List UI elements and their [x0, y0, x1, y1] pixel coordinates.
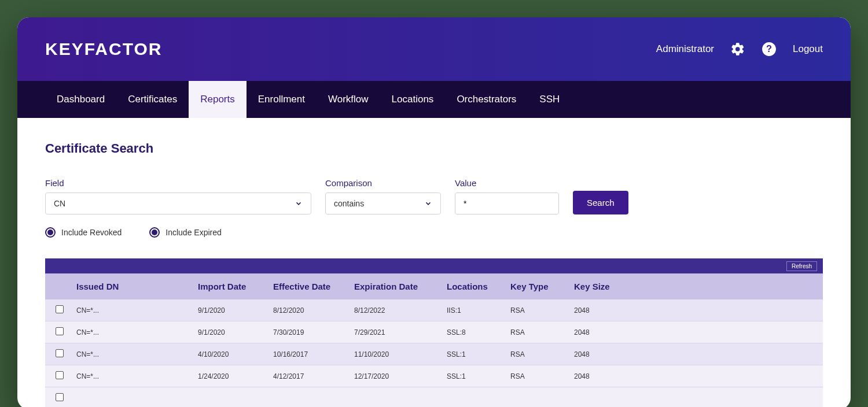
cell-keysize: 2048 [568, 321, 823, 343]
table-head: Issued DN Import Date Effective Date Exp… [45, 273, 823, 299]
gear-icon[interactable] [730, 42, 745, 57]
chevron-down-icon [295, 199, 303, 208]
chevron-down-icon [424, 199, 432, 208]
table-row[interactable]: CN=*... 9/1/2020 8/12/2020 8/12/2022 IIS… [45, 299, 823, 321]
cell-import: 1/24/2020 [192, 365, 267, 387]
content: Certificate Search Field CN Comparison c… [17, 118, 851, 407]
refresh-button[interactable]: Refresh [786, 261, 817, 271]
cell-keysize: 2048 [568, 365, 823, 387]
cell-dn: CN=*... [71, 365, 192, 387]
results-table-partial [45, 387, 823, 407]
col-issued-dn[interactable]: Issued DN [71, 273, 192, 299]
row-checkbox[interactable] [56, 371, 64, 379]
table-row[interactable]: CN=*... 9/1/2020 7/30/2019 7/29/2021 SSL… [45, 321, 823, 343]
radio-icon [45, 227, 56, 238]
nav-dashboard[interactable]: Dashboard [45, 81, 116, 118]
logout-link[interactable]: Logout [793, 43, 823, 55]
row-checkbox[interactable] [56, 349, 64, 357]
cell-expiration: 8/12/2022 [348, 299, 441, 321]
nav-certificates[interactable]: Certificates [116, 81, 189, 118]
cell-keytype: RSA [505, 299, 568, 321]
value-label: Value [455, 178, 559, 188]
field-select[interactable]: CN [45, 193, 311, 214]
radio-icon [149, 227, 160, 238]
field-group-field: Field CN [45, 178, 311, 214]
cell-effective: 10/16/2017 [267, 343, 348, 365]
comparison-select[interactable]: contains [325, 193, 441, 214]
nav-enrollment[interactable]: Enrollment [247, 81, 317, 118]
search-button[interactable]: Search [573, 191, 628, 214]
col-import-date[interactable]: Import Date [192, 273, 267, 299]
nav-locations[interactable]: Locations [380, 81, 446, 118]
cell-import: 9/1/2020 [192, 299, 267, 321]
value-text: * [464, 199, 466, 208]
table-topbar: Refresh [45, 258, 823, 273]
cell-expiration: 7/29/2021 [348, 321, 441, 343]
search-row: Field CN Comparison contains Value * [45, 178, 823, 214]
field-group-value: Value * [455, 178, 559, 214]
nav-workflow[interactable]: Workflow [317, 81, 380, 118]
cell-keytype: RSA [505, 343, 568, 365]
comparison-value: contains [334, 199, 364, 208]
cell-keytype: RSA [505, 365, 568, 387]
page-title: Certificate Search [45, 141, 823, 156]
cell-expiration: 12/17/2020 [348, 365, 441, 387]
help-icon[interactable]: ? [762, 42, 777, 57]
cell-import: 4/10/2020 [192, 343, 267, 365]
cell-effective: 4/12/2017 [267, 365, 348, 387]
row-checkbox[interactable] [56, 305, 64, 313]
include-expired-label: Include Expired [165, 228, 222, 237]
cell-dn: CN=*... [71, 299, 192, 321]
row-checkbox[interactable] [56, 393, 64, 401]
table-row[interactable] [45, 387, 823, 407]
table-container: Refresh Issued DN Import Date Effective … [45, 258, 823, 407]
cell-keytype: RSA [505, 321, 568, 343]
field-group-comparison: Comparison contains [325, 178, 441, 214]
topbar: KEYFACTOR Administrator ? Logout [17, 17, 851, 81]
user-label[interactable]: Administrator [656, 43, 714, 55]
table-body: CN=*... 9/1/2020 8/12/2020 8/12/2022 IIS… [45, 299, 823, 387]
cell-locations: SSL:1 [441, 365, 505, 387]
cell-dn: CN=*... [71, 343, 192, 365]
cell-expiration: 11/10/2020 [348, 343, 441, 365]
nav-orchestrators[interactable]: Orchestrators [445, 81, 528, 118]
field-label: Field [45, 178, 311, 188]
row-checkbox[interactable] [56, 327, 64, 335]
cell-dn: CN=*... [71, 321, 192, 343]
cell-locations: SSL:1 [441, 343, 505, 365]
cell-keysize: 2048 [568, 299, 823, 321]
col-checkbox [45, 273, 71, 299]
navbar: DashboardCertificatesReportsEnrollmentWo… [17, 81, 851, 118]
logo: KEYFACTOR [45, 39, 162, 59]
svg-text:?: ? [766, 43, 772, 54]
include-expired[interactable]: Include Expired [149, 227, 222, 238]
field-value: CN [54, 199, 65, 208]
value-input[interactable]: * [455, 193, 559, 214]
col-locations[interactable]: Locations [441, 273, 505, 299]
comparison-label: Comparison [325, 178, 441, 188]
table-row[interactable]: CN=*... 1/24/2020 4/12/2017 12/17/2020 S… [45, 365, 823, 387]
cell-effective: 7/30/2019 [267, 321, 348, 343]
topbar-right: Administrator ? Logout [656, 42, 823, 57]
cell-locations: IIS:1 [441, 299, 505, 321]
cell-locations: SSL:8 [441, 321, 505, 343]
cell-import: 9/1/2020 [192, 321, 267, 343]
nav-ssh[interactable]: SSH [528, 81, 571, 118]
include-revoked[interactable]: Include Revoked [45, 227, 122, 238]
checks-row: Include Revoked Include Expired [45, 227, 823, 238]
include-revoked-label: Include Revoked [61, 228, 122, 237]
col-expiration-date[interactable]: Expiration Date [348, 273, 441, 299]
cell-keysize: 2048 [568, 343, 823, 365]
results-table: Issued DN Import Date Effective Date Exp… [45, 273, 823, 387]
col-key-type[interactable]: Key Type [505, 273, 568, 299]
nav-reports[interactable]: Reports [189, 81, 247, 118]
col-key-size[interactable]: Key Size [568, 273, 823, 299]
cell-effective: 8/12/2020 [267, 299, 348, 321]
table-row[interactable]: CN=*... 4/10/2020 10/16/2017 11/10/2020 … [45, 343, 823, 365]
app-window: KEYFACTOR Administrator ? Logout Dashboa… [17, 17, 851, 407]
col-effective-date[interactable]: Effective Date [267, 273, 348, 299]
